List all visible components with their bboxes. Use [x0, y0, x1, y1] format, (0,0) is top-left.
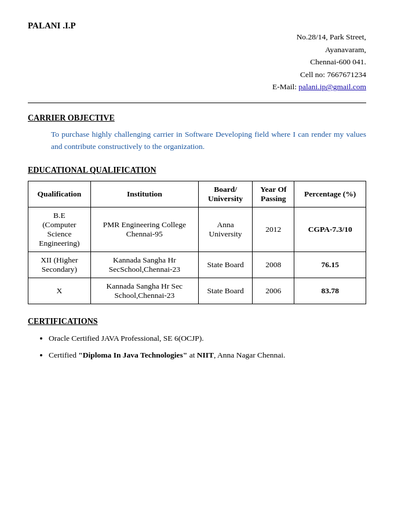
certifications-title: CERTIFICATIONS: [28, 317, 366, 326]
cell-qualification: XII (HigherSecondary): [28, 252, 91, 278]
resume-page: PALANI .I.P No.28/14, Park Street, Ayana…: [0, 0, 394, 532]
cell-institution: PMR Engineering CollegeChennai-95: [90, 207, 198, 252]
address-line2: Ayanavaram,: [28, 43, 366, 56]
cell-year: 2008: [253, 252, 294, 278]
cell-percentage: 83.78: [294, 278, 366, 304]
email-line: E-Mail: palani.ip@gmail.com: [28, 81, 366, 93]
edu-table: Qualification Institution Board/Universi…: [28, 181, 366, 304]
col-board: Board/University: [198, 181, 252, 207]
certifications-section: CERTIFICATIONS Oracle Certified JAVA Pro…: [28, 317, 366, 362]
cell-year: 2006: [253, 278, 294, 304]
cell-institution: Kannada Sangha HrSecSchool,Chennai-23: [90, 252, 198, 278]
certifications-list: Oracle Certified JAVA Professional, SE 6…: [49, 332, 366, 362]
cell-board: State Board: [198, 252, 252, 278]
carrier-objective-title: CARRIER OBJECTIVE: [28, 114, 366, 123]
cert-item-2: Certified "Diploma In Java Technologies"…: [49, 351, 285, 359]
email-link[interactable]: palani.ip@gmail.com: [298, 82, 366, 91]
list-item: Oracle Certified JAVA Professional, SE 6…: [49, 332, 366, 345]
cell-qualification: B.E(ComputerScienceEngineering): [28, 207, 91, 252]
cert-bold-diploma: "Diploma In Java Technologies": [78, 351, 187, 359]
col-percentage: Percentage (%): [294, 181, 366, 207]
table-row: XKannada Sangha Hr SecSchool,Chennai-23S…: [28, 278, 366, 304]
cell-percentage: 76.15: [294, 252, 366, 278]
col-year: Year OfPassing: [253, 181, 294, 207]
contact-address: No.28/14, Park Street, Ayanavaram, Chenn…: [28, 31, 366, 93]
table-row: B.E(ComputerScienceEngineering)PMR Engin…: [28, 207, 366, 252]
header: PALANI .I.P No.28/14, Park Street, Ayana…: [28, 21, 366, 93]
cert-item-1: Oracle Certified JAVA Professional, SE 6…: [49, 334, 204, 342]
cell-board: AnnaUniversity: [198, 207, 252, 252]
header-divider: [28, 103, 366, 103]
address-line3: Chennai-600 041.: [28, 56, 366, 68]
carrier-objective-section: CARRIER OBJECTIVE To purchase highly cha…: [28, 114, 366, 153]
cell-institution: Kannada Sangha Hr SecSchool,Chennai-23: [90, 278, 198, 304]
list-item: Certified "Diploma In Java Technologies"…: [49, 349, 366, 362]
educational-qualification-section: EDUCATIONAL QUALIFICATION Qualification …: [28, 166, 366, 304]
col-qualification: Qualification: [28, 181, 91, 207]
col-institution: Institution: [90, 181, 198, 207]
candidate-name: PALANI .I.P: [28, 21, 366, 31]
email-label: E-Mail:: [272, 82, 298, 91]
cert-bold-niit: NIIT: [197, 351, 214, 359]
edu-qual-title: EDUCATIONAL QUALIFICATION: [28, 166, 366, 175]
cell-percentage: CGPA-7.3/10: [294, 207, 366, 252]
cell-board: State Board: [198, 278, 252, 304]
address-line1: No.28/14, Park Street,: [28, 31, 366, 43]
cell-year: 2012: [253, 207, 294, 252]
cell-qualification: X: [28, 278, 91, 304]
table-row: XII (HigherSecondary)Kannada Sangha HrSe…: [28, 252, 366, 278]
cell-number: Cell no: 7667671234: [28, 68, 366, 81]
objective-text: To purchase highly challenging carrier i…: [51, 129, 366, 153]
table-header-row: Qualification Institution Board/Universi…: [28, 181, 366, 207]
